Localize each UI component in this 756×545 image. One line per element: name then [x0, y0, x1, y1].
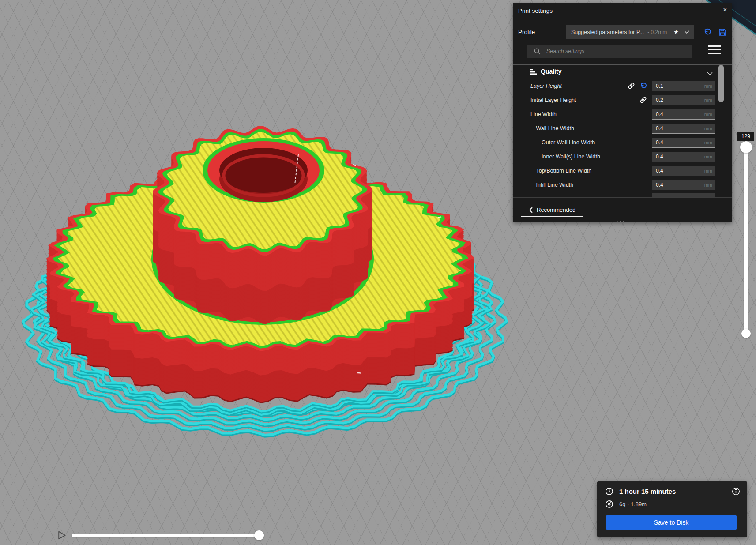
setting-row: Initial Layer Height0.2mm	[513, 93, 732, 107]
path-slider-handle[interactable]	[254, 530, 264, 540]
setting-value-field[interactable]: 0.4mm	[652, 138, 715, 148]
star-icon: ★	[673, 29, 679, 35]
setting-value: 0.1	[656, 83, 663, 89]
setting-value-field[interactable]: 0.4mm	[652, 180, 715, 190]
profile-dropdown[interactable]: Suggested parameters for P... - 0.2mm ★	[566, 25, 694, 39]
material-usage: 6g · 1.89m	[619, 501, 647, 507]
setting-value: 0.4	[656, 154, 663, 160]
quality-section-header[interactable]: Quality	[513, 65, 732, 79]
print-summary-box: 1 hour 15 minutes 6g · 1.89m Save to Dis…	[597, 481, 747, 537]
setting-value: 0.4	[656, 168, 663, 174]
play-icon[interactable]	[58, 531, 67, 540]
setting-label: Top/Bottom Line Width	[536, 164, 592, 178]
setting-row: Inner Wall(s) Line Width0.4mm	[513, 150, 732, 164]
setting-unit: mm	[704, 112, 712, 117]
menu-icon[interactable]	[708, 45, 721, 54]
setting-value-field[interactable]: 0.4mm	[652, 124, 715, 134]
setting-value-field[interactable]: 0.2mm	[652, 95, 715, 105]
search-input[interactable]	[545, 48, 680, 55]
setting-value: 0.4	[656, 125, 663, 132]
setting-unit: mm	[704, 126, 712, 131]
link-icon	[639, 96, 647, 104]
chevron-left-icon	[529, 207, 533, 213]
setting-label: Inner Wall(s) Line Width	[542, 150, 600, 164]
setting-row: Line Width0.4mm	[513, 107, 732, 121]
info-icon[interactable]	[732, 487, 740, 496]
setting-unit: mm	[704, 154, 712, 159]
panel-resize-handle[interactable]	[617, 221, 624, 222]
setting-row: Top/Bottom Line Width0.4mm	[513, 164, 732, 178]
setting-row: Infill Line Width0.4mm	[513, 178, 732, 192]
chevron-down-icon	[684, 30, 689, 34]
setting-value: 0.4	[656, 182, 663, 188]
print-time: 1 hour 15 minutes	[619, 488, 676, 495]
search-icon	[534, 48, 541, 55]
recommended-label: Recommended	[537, 207, 575, 213]
setting-value-field[interactable]: 0.4mm	[652, 109, 715, 120]
layer-slider-track[interactable]	[744, 147, 748, 333]
revert-icon	[640, 83, 647, 90]
recommended-back-button[interactable]: Recommended	[521, 203, 583, 217]
setting-label: Infill Line Width	[536, 178, 574, 192]
setting-unit: mm	[704, 140, 712, 145]
setting-unit: mm	[704, 182, 712, 188]
setting-value: 0.2	[656, 97, 663, 103]
setting-label: Layer Height	[530, 79, 562, 93]
setting-value-field[interactable]: 0.4mm	[652, 166, 715, 176]
setting-unit: mm	[704, 98, 712, 103]
profile-reset-icon[interactable]	[703, 28, 711, 36]
material-spool-icon	[605, 500, 613, 508]
profile-value: Suggested parameters for P...	[571, 29, 644, 35]
layer-number-badge: 129	[737, 132, 754, 141]
settings-scrollbar[interactable]	[718, 65, 724, 102]
quality-icon	[530, 68, 538, 77]
search-settings-box[interactable]	[527, 45, 692, 58]
pinion-body	[153, 126, 372, 324]
setting-row: Outer Wall Line Width0.4mm	[513, 135, 732, 150]
close-icon[interactable]: ×	[722, 6, 727, 14]
setting-label: Initial Layer Height	[530, 93, 576, 107]
link-icon	[628, 82, 635, 90]
path-slider-track[interactable]	[72, 534, 260, 537]
setting-row: Layer Height0.1mm	[513, 79, 732, 93]
divider	[513, 19, 732, 19]
save-to-disk-button[interactable]: Save to Disk	[606, 515, 737, 530]
setting-label: Outer Wall Line Width	[542, 135, 595, 150]
setting-value: 0.4	[656, 139, 663, 146]
setting-label: Wall Line Width	[536, 121, 574, 135]
setting-unit: mm	[704, 83, 712, 89]
print-settings-panel: Print settings × Profile Suggested param…	[513, 3, 732, 222]
settings-scroll-area[interactable]: Quality Layer Height0.1mmInitial Layer H…	[513, 65, 732, 198]
setting-value-field[interactable]: 0.1mm	[652, 81, 715, 91]
chevron-down-icon[interactable]	[707, 70, 713, 78]
profile-suffix: - 0.2mm	[647, 29, 667, 35]
setting-label: Line Width	[530, 107, 557, 121]
setting-unit: mm	[704, 168, 712, 173]
section-title: Quality	[541, 68, 561, 75]
setting-value-field[interactable]: 0.4mm	[652, 152, 715, 162]
clock-icon	[605, 487, 613, 496]
layer-slider: 129	[735, 131, 756, 342]
profile-save-icon[interactable]	[718, 28, 726, 36]
profile-label: Profile	[518, 29, 535, 35]
panel-title: Print settings	[518, 8, 553, 14]
setting-value: 0.4	[656, 111, 663, 117]
layer-slider-lower-handle[interactable]	[741, 329, 751, 338]
divider	[513, 197, 732, 198]
layer-slider-upper-handle[interactable]	[740, 141, 752, 153]
setting-row: Wall Line Width0.4mm	[513, 121, 732, 135]
